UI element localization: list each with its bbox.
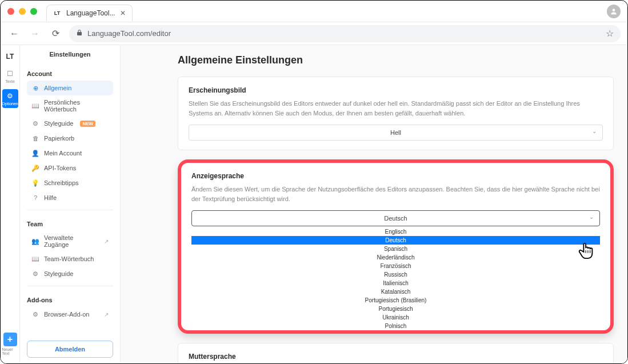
minimize-window-button[interactable] [19,8,26,15]
select-value: Hell [390,129,401,136]
sidebar-item-label: Mein Account [44,150,82,157]
sidebar-title: Einstellungen [27,51,113,58]
profile-avatar-icon[interactable] [607,5,621,18]
divider [27,286,113,286]
language-option-polnisch[interactable]: Polnisch [191,322,600,330]
sidebar-item-label: Styleguide [44,120,73,127]
sidebar-item-hilfe[interactable]: ? Hilfe [27,190,113,205]
language-option-deutsch[interactable]: Deutsch [191,236,600,245]
section-label-account: Account [27,70,113,77]
language-dropdown-list: Englisch Deutsch Spanisch Niederländisch… [191,227,600,330]
language-select[interactable]: Deutsch [191,210,600,226]
gear-icon: ⚙ [31,310,39,318]
language-option-spanisch[interactable]: Spanisch [191,245,600,253]
address-bar[interactable]: LanguageTool.com/editor ☆ [69,25,621,42]
forward-button[interactable]: → [28,27,42,41]
bookmark-star-icon[interactable]: ☆ [606,28,614,39]
sidebar-item-browser-addon[interactable]: ⚙ Browser-Add-on ↗ [27,307,113,322]
sidebar-item-label: API-Tokens [44,165,76,171]
help-icon: ? [31,194,39,202]
rail-new-text[interactable]: + Neuer Text [2,330,18,358]
browser-titlebar: LT LanguageTool... ✕ [1,1,627,22]
card-description: Ändern Sie diesen Wert, um die Sprache d… [191,185,600,203]
maximize-window-button[interactable] [30,8,37,15]
sidebar-item-label: Verwaltete Zugänge [44,234,99,248]
sidebar-item-label: Schreibtipps [44,179,79,186]
gear-icon: ⚙ [31,119,39,127]
book-icon: 📖 [31,102,39,110]
display-language-card: Anzeigesprache Ändern Sie diesen Wert, u… [178,159,614,334]
sidebar-item-label: Hilfe [44,194,57,201]
sidebar-item-woerterbuch[interactable]: 📖 Persönliches Wörterbuch [27,95,113,116]
svg-point-0 [613,9,615,11]
user-icon: 👤 [31,149,39,157]
section-label-addons: Add-ons [27,297,113,303]
appearance-select[interactable]: Hell [189,125,603,141]
sidebar-item-allgemein[interactable]: ⊕ Allgemein [27,81,113,95]
sidebar-item-account[interactable]: 👤 Mein Account [27,146,113,161]
sidebar-item-team-woerterbuch[interactable]: 📖 Team-Wörterbuch [27,251,113,266]
rail-item-label: Neuer Text [2,347,18,355]
key-icon: 🔑 [31,164,39,172]
traffic-lights [7,8,37,15]
rail-item-options[interactable]: ⚙ Optionen [2,89,18,108]
sidebar-item-label: Allgemein [44,85,71,91]
language-option-niederlaendisch[interactable]: Niederländisch [191,253,600,262]
sidebar-item-api-tokens[interactable]: 🔑 API-Tokens [27,161,113,175]
rail-item-label: Optionen [2,102,18,106]
card-title: Muttersprache [189,353,603,361]
plus-icon: + [3,333,17,346]
back-button[interactable]: ← [7,27,21,41]
sidebar-item-label: Team-Wörterbuch [44,255,94,262]
mothertongue-card: Muttersprache Wählen Sie Ihre Mutterspra… [178,343,614,363]
reload-button[interactable]: ⟳ [49,27,62,41]
language-option-russisch[interactable]: Russisch [191,270,600,279]
divider [27,210,113,210]
sidebar-item-schreibtipps[interactable]: 💡 Schreibtipps [27,175,113,190]
language-option-ukrainisch[interactable]: Ukrainisch [191,313,600,322]
logout-button[interactable]: Abmelden [27,341,113,358]
new-badge: NEW [80,121,95,127]
sidebar-item-label: Papierkorb [44,135,74,142]
sidebar-item-label: Persönliches Wörterbuch [44,99,109,113]
logo-icon: LT [6,52,15,61]
language-option-katalanisch[interactable]: Katalanisch [191,287,600,296]
sidebar-item-styleguide[interactable]: ⚙ Styleguide NEW [27,116,113,131]
card-title: Anzeigesprache [191,172,600,180]
rail-item-label: Texte [5,79,15,83]
gear-icon: ⚙ [31,270,39,278]
settings-sidebar: Einstellungen Account ⊕ Allgemein 📖 Pers… [20,45,121,363]
language-option-franzoesisch[interactable]: Französisch [191,262,600,270]
language-option-englisch[interactable]: Englisch [191,227,600,236]
appearance-card: Erscheinungsbild Stellen Sie das Erschei… [178,77,614,150]
card-description: Stellen Sie das Erscheinungsbild des Edi… [189,99,603,118]
rail-logo[interactable]: LT [2,50,18,63]
tab-close-icon[interactable]: ✕ [119,10,126,17]
sidebar-item-papierkorb[interactable]: 🗑 Papierkorb [27,131,113,146]
lightbulb-icon: 💡 [31,179,39,187]
close-window-button[interactable] [7,8,14,15]
select-value: Deutsch [384,215,407,222]
app-container: LT ☐ Texte ⚙ Optionen + Neuer Text Einst… [1,45,627,363]
rail-bottom: + Neuer Text [2,330,18,358]
rail-item-texts[interactable]: ☐ Texte [2,67,18,86]
external-link-icon: ↗ [104,311,109,318]
globe-icon: ⊕ [31,84,39,92]
sidebar-item-team-styleguide[interactable]: ⚙ Styleguide [27,266,113,281]
book-icon: 📖 [31,255,39,263]
page-title: Allgemeine Einstellungen [178,54,614,66]
language-option-italienisch[interactable]: Italienisch [191,279,600,287]
tab-title: LanguageTool... [66,9,115,17]
left-rail: LT ☐ Texte ⚙ Optionen + Neuer Text [1,45,20,363]
main-content: Allgemeine Einstellungen Erscheinungsbil… [121,45,627,363]
address-bar-row: ← → ⟳ LanguageTool.com/editor ☆ [1,22,627,45]
users-icon: 👥 [31,237,39,245]
sidebar-item-verwaltete-zugaenge[interactable]: 👥 Verwaltete Zugänge ↗ [27,231,113,251]
section-label-team: Team [27,221,113,227]
tab-favicon-icon: LT [53,9,62,18]
browser-tab[interactable]: LT LanguageTool... ✕ [46,5,133,21]
url-text: LanguageTool.com/editor [87,29,171,38]
language-option-portugiesisch[interactable]: Portugiesisch [191,305,600,313]
sidebar-item-label: Browser-Add-on [44,311,89,318]
language-option-portugiesisch-br[interactable]: Portugiesisch (Brasilien) [191,296,600,305]
